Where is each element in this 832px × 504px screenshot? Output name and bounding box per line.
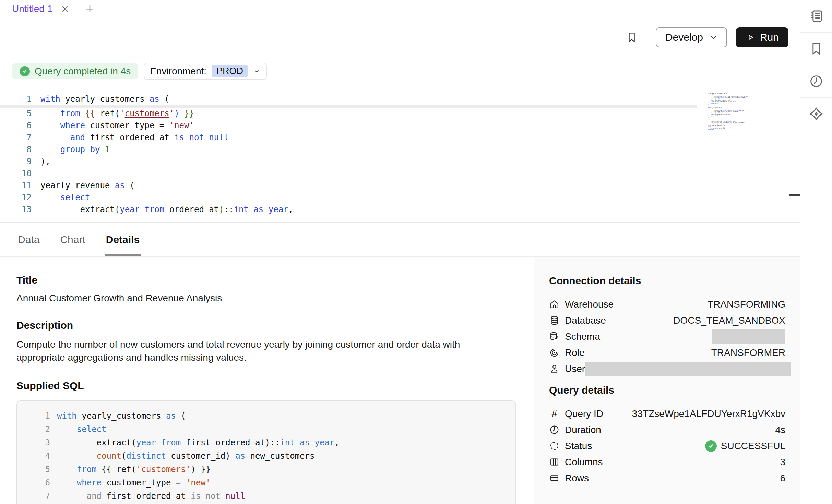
environment-value-chip: PROD bbox=[212, 65, 248, 77]
code-text: and first_ordered_at is not null bbox=[57, 490, 245, 503]
scrollbar-thumb[interactable] bbox=[789, 194, 800, 196]
code-line: 10 bbox=[0, 168, 800, 180]
code-text: and first_ordered_at is not null bbox=[40, 132, 229, 144]
develop-button[interactable]: Develop bbox=[656, 27, 727, 47]
title-value: Annual Customer Growth and Revenue Analy… bbox=[16, 293, 516, 304]
code-line: 4 count(distinct customer_id) as new_cus… bbox=[17, 449, 515, 463]
new-tab-button[interactable] bbox=[76, 0, 104, 18]
details-panel: Title Annual Customer Growth and Revenue… bbox=[0, 257, 800, 504]
bookmark-icon bbox=[626, 31, 638, 44]
query-details-heading: Query details bbox=[549, 384, 785, 396]
row-label: Duration bbox=[549, 424, 601, 435]
row-label: Status bbox=[549, 441, 592, 452]
duration-row: Duration4s bbox=[549, 422, 785, 438]
code-text: with yearly_customers as ( bbox=[57, 409, 186, 423]
tab-untitled-1[interactable]: Untitled 1 bbox=[0, 0, 76, 18]
sidebar-button-ai-sparkle[interactable] bbox=[800, 98, 832, 130]
database-icon bbox=[549, 315, 560, 326]
code-line: 12 select bbox=[0, 192, 800, 204]
tab-details[interactable]: Details bbox=[105, 223, 141, 256]
code-line: 13 extract(year from ordered_at)::int as… bbox=[0, 204, 800, 216]
row-value: DOCS_TEAM_SANDBOX bbox=[673, 315, 785, 326]
code-text: select bbox=[40, 192, 90, 204]
row-value: 33TZseWpe1ALFDUYerxR1gVKxbv bbox=[632, 408, 785, 419]
status-icon bbox=[549, 441, 560, 451]
close-icon[interactable] bbox=[61, 4, 70, 13]
tab-data[interactable]: Data bbox=[16, 223, 41, 256]
plus-icon bbox=[85, 4, 95, 14]
connection-details-heading: Connection details bbox=[549, 275, 785, 287]
row-value: 6 bbox=[780, 473, 785, 484]
code-text: from {{ ref('customers') }} bbox=[40, 108, 194, 120]
row-label: Columns bbox=[549, 457, 603, 468]
line-number: 9 bbox=[0, 156, 40, 168]
results-tab-strip: DataChartDetails bbox=[0, 222, 800, 257]
code-text: from {{ ref('customers') }} bbox=[57, 463, 211, 476]
sidebar-button-notebook[interactable] bbox=[800, 0, 832, 33]
row-label-text: User bbox=[565, 363, 585, 374]
line-number: 4 bbox=[17, 449, 50, 463]
code-line: 6 where customer_type = 'new' bbox=[17, 476, 515, 490]
duration-icon bbox=[549, 424, 560, 435]
code-line: 2 select bbox=[17, 423, 515, 436]
sidebar-button-bookmark[interactable] bbox=[800, 33, 832, 65]
row-label: Warehouse bbox=[549, 299, 614, 310]
line-number: 1 bbox=[17, 409, 50, 423]
code-text: extract(year from first_ordered_at)::int… bbox=[57, 436, 340, 449]
code-text: where customer_type = 'new' bbox=[40, 120, 194, 132]
environment-selector[interactable]: Environment: PROD bbox=[144, 63, 267, 80]
code-line: 1with yearly_customers as ( bbox=[17, 409, 515, 423]
editor-minimap[interactable]: with yearly_customers as ( select extrac… bbox=[708, 93, 748, 133]
ai-sparkle-icon bbox=[809, 106, 824, 121]
code-line: 7 and first_ordered_at is not null bbox=[17, 490, 515, 503]
bookmark-button[interactable] bbox=[626, 31, 638, 44]
supplied-sql-heading: Supplied SQL bbox=[16, 380, 516, 392]
line-number: 8 bbox=[0, 144, 40, 156]
supplied-sql-block: 1with yearly_customers as (2 select3 ext… bbox=[16, 400, 516, 504]
rows-row: Rows6 bbox=[549, 470, 785, 486]
tab-chart[interactable]: Chart bbox=[59, 223, 86, 256]
details-left-column: Title Annual Customer Growth and Revenue… bbox=[0, 257, 534, 504]
run-label: Run bbox=[760, 32, 779, 43]
develop-label: Develop bbox=[665, 32, 703, 43]
toolbar: Develop Run bbox=[0, 18, 800, 57]
environment-label: Environment: bbox=[150, 66, 206, 77]
minimap-code: with yearly_customers as ( select extrac… bbox=[708, 93, 748, 130]
app-window: Untitled 1 Develop Run bbox=[0, 0, 832, 504]
history-icon bbox=[809, 74, 824, 89]
code-line: 5 from {{ ref('customers') }} bbox=[0, 108, 800, 120]
row-value bbox=[585, 362, 791, 376]
code-text: group by 1 bbox=[40, 144, 110, 156]
row-label: Rows bbox=[549, 473, 589, 484]
user-row: User bbox=[549, 361, 785, 377]
role-row: RoleTRANSFORMER bbox=[549, 345, 785, 361]
line-number: 3 bbox=[17, 436, 50, 449]
sql-editor[interactable]: 1with yearly_customers as (5 from {{ ref… bbox=[0, 86, 800, 222]
rows-icon bbox=[549, 473, 560, 483]
row-label-text: Query ID bbox=[565, 408, 603, 419]
tab-bar: Untitled 1 bbox=[0, 0, 800, 18]
query-id-row: #Query ID33TZseWpe1ALFDUYerxR1gVKxbv bbox=[549, 406, 785, 422]
line-number: 7 bbox=[17, 490, 50, 503]
row-label: Role bbox=[549, 347, 585, 358]
line-number: 6 bbox=[17, 476, 50, 490]
query-status-pill: Query completed in 4s bbox=[12, 63, 138, 79]
sidebar-button-history[interactable] bbox=[800, 65, 832, 98]
query-details-rows: #Query ID33TZseWpe1ALFDUYerxR1gVKxbvDura… bbox=[549, 406, 785, 486]
line-number: 7 bbox=[0, 132, 40, 144]
run-button[interactable]: Run bbox=[736, 27, 788, 47]
row-label-text: Database bbox=[565, 315, 606, 326]
code-line: 9), bbox=[0, 156, 800, 168]
editor-scrollbar[interactable] bbox=[789, 86, 800, 222]
code-line: 5 from {{ ref('customers') }} bbox=[17, 463, 515, 476]
code-line: 6 where customer_type = 'new' bbox=[0, 120, 800, 132]
code-text: with yearly_customers as ( bbox=[40, 93, 169, 105]
success-check-icon bbox=[705, 440, 717, 452]
chevron-down-icon bbox=[253, 68, 261, 75]
redacted-value bbox=[712, 329, 785, 344]
row-label-text: Schema bbox=[565, 331, 600, 342]
hash-icon: # bbox=[549, 408, 560, 419]
chevron-down-icon bbox=[709, 33, 717, 41]
description-value: Compute the number of new customers and … bbox=[16, 338, 493, 364]
notebook-icon bbox=[809, 9, 824, 24]
